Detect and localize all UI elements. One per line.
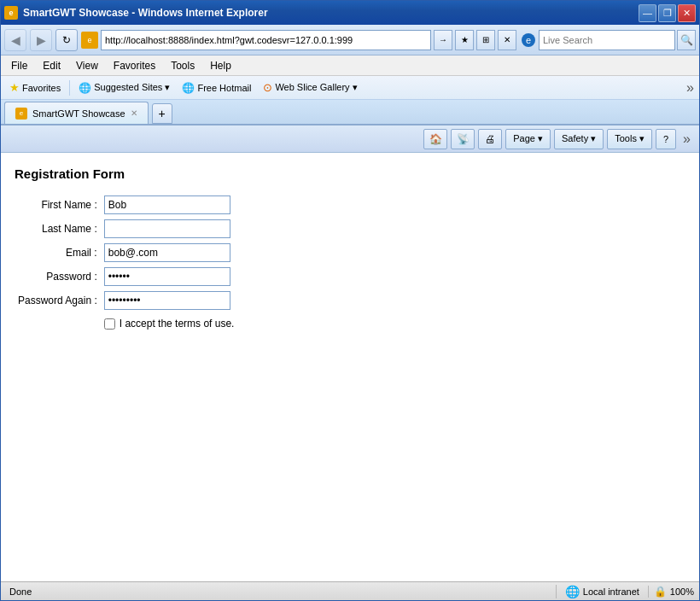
status-zone: 🌐 Local intranet — [556, 585, 648, 598]
zone-icon: 🌐 — [565, 585, 580, 598]
menu-bar: File Edit View Favorites Tools Help — [1, 55, 699, 76]
menu-help[interactable]: Help — [203, 58, 238, 73]
new-tab-button[interactable]: + — [152, 103, 172, 124]
back-button[interactable]: ◀ — [4, 29, 26, 51]
page-icon: e — [81, 32, 98, 49]
registration-form: First Name : Last Name : Email : Passwor… — [15, 193, 237, 332]
svg-text:e: e — [526, 35, 531, 45]
print-toolbar-btn[interactable]: 🖨 — [478, 129, 502, 149]
email-label: Email : — [15, 241, 101, 265]
search-button[interactable]: 🔍 — [677, 30, 696, 50]
password-again-label: Password Again : — [15, 289, 101, 312]
password-again-row: Password Again : — [15, 289, 237, 312]
nav-bar: ◀ ▶ ↻ e → ★ ⊞ ✕ e 🔍 — [1, 25, 699, 55]
refresh-button[interactable]: ↻ — [55, 29, 78, 51]
email-input[interactable] — [104, 243, 230, 262]
tab-smartgwt[interactable]: e SmartGWT Showcase ✕ — [4, 102, 149, 124]
lock-icon: 🔒 — [654, 586, 667, 598]
address-bar: e → ★ ⊞ ✕ — [81, 30, 516, 50]
password-again-input[interactable] — [104, 291, 230, 310]
title-bar-buttons: — ❐ ✕ — [639, 4, 696, 22]
status-bar: Done 🌐 Local intranet 🔒 100% — [1, 581, 699, 600]
suggested-icon: 🌐 — [79, 82, 91, 94]
help-button[interactable]: ? — [656, 129, 676, 149]
menu-favorites[interactable]: Favorites — [107, 58, 162, 73]
first-name-row: First Name : — [15, 193, 237, 217]
browser-window: e SmartGWT Showcase - Windows Internet E… — [0, 0, 700, 601]
last-name-row: Last Name : — [15, 217, 237, 241]
minimize-button[interactable]: — — [639, 4, 656, 22]
email-row: Email : — [15, 241, 237, 265]
safety-button[interactable]: Safety ▾ — [554, 129, 604, 149]
search-provider-icon: e — [520, 32, 537, 49]
first-name-cell — [101, 193, 238, 217]
tab-icon: e — [15, 108, 27, 120]
rss-btn[interactable]: ⊞ — [476, 30, 495, 50]
print-btn[interactable]: ✕ — [498, 30, 516, 50]
tab-bar: e SmartGWT Showcase ✕ + — [1, 100, 699, 125]
star-icon: ★ — [9, 81, 20, 94]
tab-close-btn[interactable]: ✕ — [131, 108, 137, 118]
tab-label: SmartGWT Showcase — [32, 108, 125, 119]
window-title: SmartGWT Showcase - Windows Internet Exp… — [23, 7, 268, 19]
home-button[interactable]: 🏠 — [423, 129, 447, 149]
zoom-label: 100% — [670, 586, 694, 597]
hotmail-item[interactable]: 🌐 Free Hotmail — [178, 80, 254, 96]
menu-view[interactable]: View — [69, 58, 105, 73]
maximize-button[interactable]: ❐ — [658, 4, 676, 22]
terms-text: I accept the terms of use. — [120, 318, 235, 330]
tools-button[interactable]: Tools ▾ — [607, 129, 652, 149]
hotmail-label: Free Hotmail — [197, 83, 251, 93]
terms-row: I accept the terms of use. — [15, 312, 237, 332]
last-name-cell — [101, 217, 238, 241]
close-button[interactable]: ✕ — [678, 4, 696, 22]
title-bar: e SmartGWT Showcase - Windows Internet E… — [1, 1, 699, 25]
hotmail-icon: 🌐 — [182, 82, 195, 94]
toolbar-expand-btn[interactable]: » — [680, 131, 694, 147]
web-slice-item[interactable]: ⊙ Web Slice Gallery ▾ — [260, 79, 360, 96]
address-input[interactable] — [101, 30, 431, 50]
menu-tools[interactable]: Tools — [164, 58, 201, 73]
menu-file[interactable]: File — [4, 58, 34, 73]
first-name-input[interactable] — [104, 195, 230, 214]
web-slice-icon: ⊙ — [263, 81, 272, 94]
search-input[interactable] — [539, 30, 675, 50]
first-name-label: First Name : — [15, 193, 101, 217]
last-name-input[interactable] — [104, 219, 230, 238]
last-name-label: Last Name : — [15, 217, 101, 241]
password-again-cell — [101, 289, 238, 312]
favorites-bar: ★ Favorites 🌐 Suggested Sites ▾ 🌐 Free H… — [1, 76, 699, 100]
zone-label: Local intranet — [583, 586, 639, 597]
page-button[interactable]: Page ▾ — [505, 129, 551, 149]
fav-expand-btn[interactable]: » — [686, 80, 694, 96]
title-bar-left: e SmartGWT Showcase - Windows Internet E… — [4, 6, 268, 20]
menu-edit[interactable]: Edit — [36, 58, 67, 73]
web-slice-label: Web Slice Gallery ▾ — [275, 82, 357, 93]
password-label: Password : — [15, 265, 101, 289]
fav-separator-1 — [69, 80, 70, 96]
suggested-label: Suggested Sites ▾ — [94, 82, 170, 93]
status-done-text: Done — [1, 586, 556, 597]
toolbar-row: 🏠 📡 🖨 Page ▾ Safety ▾ Tools ▾ ? » — [1, 125, 699, 153]
favorites-btn[interactable]: ★ — [455, 30, 474, 50]
terms-cell: I accept the terms of use. — [101, 312, 238, 332]
forward-button[interactable]: ▶ — [30, 29, 52, 51]
status-zoom: 🔒 100% — [648, 586, 699, 598]
password-cell — [101, 265, 238, 289]
content-area: Registration Form First Name : Last Name… — [1, 153, 699, 581]
suggested-sites-item[interactable]: 🌐 Suggested Sites ▾ — [75, 80, 173, 96]
rss-toolbar-btn[interactable]: 📡 — [451, 129, 475, 149]
email-cell — [101, 241, 238, 265]
terms-spacer — [15, 312, 101, 332]
search-bar: e 🔍 — [520, 30, 696, 50]
favorites-button[interactable]: ★ Favorites — [6, 79, 64, 96]
favorites-label: Favorites — [22, 83, 61, 93]
terms-checkbox[interactable] — [104, 318, 115, 330]
form-title: Registration Form — [15, 166, 685, 181]
go-button[interactable]: → — [434, 30, 452, 50]
terms-label-container: I accept the terms of use. — [104, 318, 235, 330]
password-row: Password : — [15, 265, 237, 289]
password-input[interactable] — [104, 267, 230, 286]
ie-logo-icon: e — [4, 6, 18, 20]
